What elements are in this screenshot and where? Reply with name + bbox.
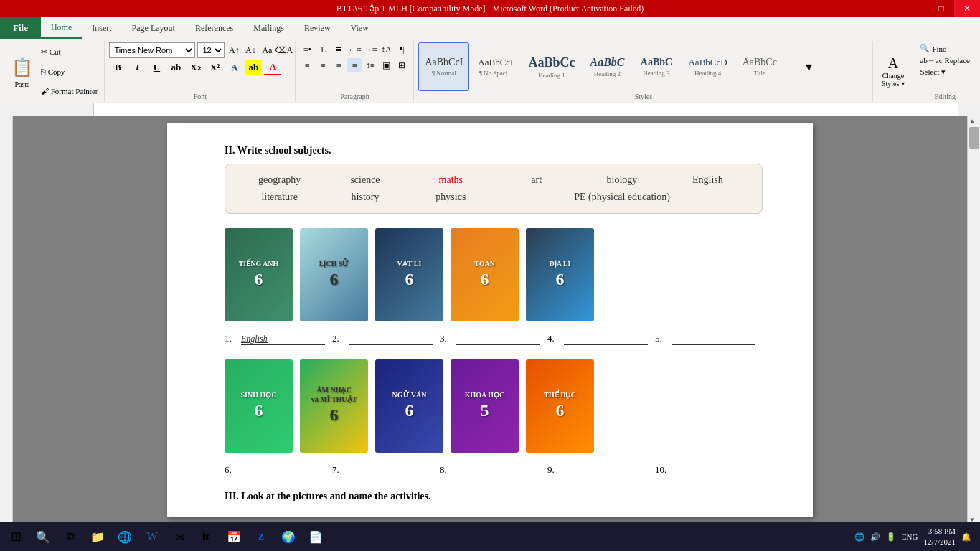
shrink-font-button[interactable]: A↓: [243, 43, 258, 57]
line-spacing-button[interactable]: ↕≡: [363, 58, 377, 72]
find-button[interactable]: 🔍 Find: [917, 42, 973, 55]
tab-file[interactable]: File: [0, 17, 41, 39]
calendar-button[interactable]: 📅: [221, 524, 247, 550]
notifications-button[interactable]: 🔔: [961, 532, 971, 542]
scroll-up-arrow[interactable]: ▲: [968, 116, 980, 126]
title-bar: BTTA6 Tập 1-MLH [Compatibility Mode] - M…: [0, 0, 980, 17]
file-explorer-button[interactable]: 📁: [85, 524, 110, 550]
book-sinh-hoc: SINH HỌC6: [225, 359, 293, 453]
calculator-button[interactable]: 🖩: [194, 524, 220, 550]
style-title[interactable]: AaBbCc Title: [736, 42, 783, 91]
style-heading2[interactable]: AaBbC Heading 2: [583, 42, 631, 91]
numbering-button[interactable]: 1.: [316, 42, 330, 57]
clock: 3:58 PM 12/7/2021: [923, 526, 956, 548]
align-right-button[interactable]: ≡: [331, 58, 346, 72]
paste-icon: 📋: [11, 55, 34, 80]
edge-button[interactable]: 🌐: [112, 524, 138, 550]
tab-insert[interactable]: Insert: [82, 17, 121, 39]
answer-2: 2.: [332, 332, 433, 345]
bullets-button[interactable]: ≡•: [300, 42, 314, 57]
tab-view[interactable]: View: [341, 17, 379, 39]
book-khoa-hoc: KHOA HỌC5: [451, 359, 519, 453]
style-no-spacing[interactable]: AaBbCcI ¶ No Spaci...: [471, 42, 519, 91]
sort-button[interactable]: ↕A: [379, 42, 393, 57]
grow-font-button[interactable]: A↑: [227, 43, 241, 57]
network-icon: 🌐: [854, 532, 864, 542]
replace-button[interactable]: ab→ac Replace: [917, 55, 973, 66]
style-normal[interactable]: AaBbCcI ¶ Normal: [418, 42, 469, 91]
select-button[interactable]: Select ▾: [917, 66, 973, 78]
italic-button[interactable]: I: [128, 60, 146, 75]
borders-button[interactable]: ⊞: [395, 58, 409, 72]
subscript-button[interactable]: X₂: [187, 60, 204, 75]
word-taskbar-button[interactable]: W: [139, 524, 165, 550]
tab-home[interactable]: Home: [41, 17, 82, 39]
scroll-thumb[interactable]: [969, 127, 979, 149]
files-button[interactable]: 📄: [303, 524, 329, 550]
answer-9: 9.: [547, 463, 648, 476]
style-heading1[interactable]: AaBbCc Heading 1: [522, 42, 581, 91]
show-marks-button[interactable]: ¶: [395, 42, 409, 57]
ribbon: 📋 Paste ✂ Cut ⎘ Copy 🖌 Format Painter Ti…: [0, 39, 980, 103]
multilevel-button[interactable]: ≣: [331, 42, 346, 57]
chrome-button[interactable]: 🌍: [275, 524, 301, 550]
justify-button[interactable]: ≡: [347, 58, 362, 72]
strikethrough-button[interactable]: ab: [167, 60, 184, 75]
change-styles-icon: A: [888, 55, 898, 72]
tab-page-layout[interactable]: Page Layout: [122, 17, 185, 39]
shading-button[interactable]: ▣: [379, 58, 393, 72]
zalo-button[interactable]: Z: [248, 524, 274, 550]
cut-button[interactable]: ✂ Cut: [39, 47, 100, 57]
style-heading3[interactable]: AaBbC Heading 3: [633, 42, 679, 91]
volume-icon: 🔊: [870, 532, 880, 542]
font-color-button[interactable]: A: [264, 60, 281, 75]
change-styles-button[interactable]: A ChangeStyles ▾: [873, 41, 913, 102]
text-effects-button[interactable]: A: [225, 60, 242, 75]
document-scroll-area: II. Write school subjects. geography sci…: [0, 116, 980, 524]
change-case-button[interactable]: Aa: [260, 43, 274, 57]
align-left-button[interactable]: ≡: [300, 58, 314, 72]
editing-group: 🔍 Find ab→ac Replace Select ▾ Editing: [913, 41, 977, 102]
window-controls: ─ □ ✕: [903, 0, 980, 17]
replace-icon: ab→ac: [920, 56, 942, 65]
mail-button[interactable]: ✉: [166, 524, 192, 550]
word-science: science: [325, 174, 405, 186]
vertical-scrollbar[interactable]: ▲ ▼: [967, 116, 980, 524]
maximize-btn[interactable]: □: [928, 0, 954, 17]
clear-format-button[interactable]: ⌫A: [276, 43, 291, 57]
style-more[interactable]: ▾: [786, 42, 832, 91]
bold-button[interactable]: B: [109, 60, 126, 75]
style-heading4[interactable]: AaBbCcD Heading 4: [682, 42, 733, 91]
start-button[interactable]: ⊞: [3, 524, 29, 550]
tab-references[interactable]: References: [185, 17, 243, 39]
paste-button[interactable]: 📋 Paste: [7, 42, 37, 100]
close-btn[interactable]: ✕: [954, 0, 980, 17]
copy-button[interactable]: ⎘ Copy: [39, 67, 100, 77]
left-margin: [0, 116, 13, 524]
clipboard-small-btns: ✂ Cut ⎘ Copy 🖌 Format Painter: [39, 42, 100, 100]
answer-10: 10.: [655, 463, 755, 476]
format-painter-button[interactable]: 🖌 Format Painter: [39, 86, 100, 96]
increase-indent-button[interactable]: →≡: [363, 42, 377, 57]
tab-review[interactable]: Review: [294, 17, 341, 39]
task-view-button[interactable]: ⧉: [57, 524, 83, 550]
word-physics: physics: [411, 192, 491, 203]
text-highlight-button[interactable]: ab: [245, 60, 262, 75]
decrease-indent-button[interactable]: ←≡: [347, 42, 362, 57]
section-iii-title: III. Look at the pictures and name the a…: [225, 491, 755, 502]
superscript-button[interactable]: X²: [206, 60, 223, 75]
answer-3: 3.: [440, 332, 540, 345]
word-art: art: [496, 174, 576, 186]
scroll-track: [968, 126, 980, 515]
search-taskbar-button[interactable]: 🔍: [30, 524, 56, 550]
word-pe: PE (physical education): [496, 192, 748, 203]
minimize-btn[interactable]: ─: [903, 0, 928, 17]
underline-button[interactable]: U: [148, 60, 165, 75]
language-indicator: ENG: [902, 532, 918, 541]
tab-mailings[interactable]: Mailings: [243, 17, 294, 39]
book-vat-li: VẬT LÍ6: [375, 228, 443, 321]
books-row-1: TIẾNG ANH6 LỊCH SỬ6 VẬT LÍ6 TOÁN6 ĐỊA LÍ…: [225, 228, 755, 321]
align-center-button[interactable]: ≡: [316, 58, 330, 72]
font-size-select[interactable]: 12: [197, 42, 225, 58]
font-name-select[interactable]: Times New Rom: [109, 42, 195, 58]
